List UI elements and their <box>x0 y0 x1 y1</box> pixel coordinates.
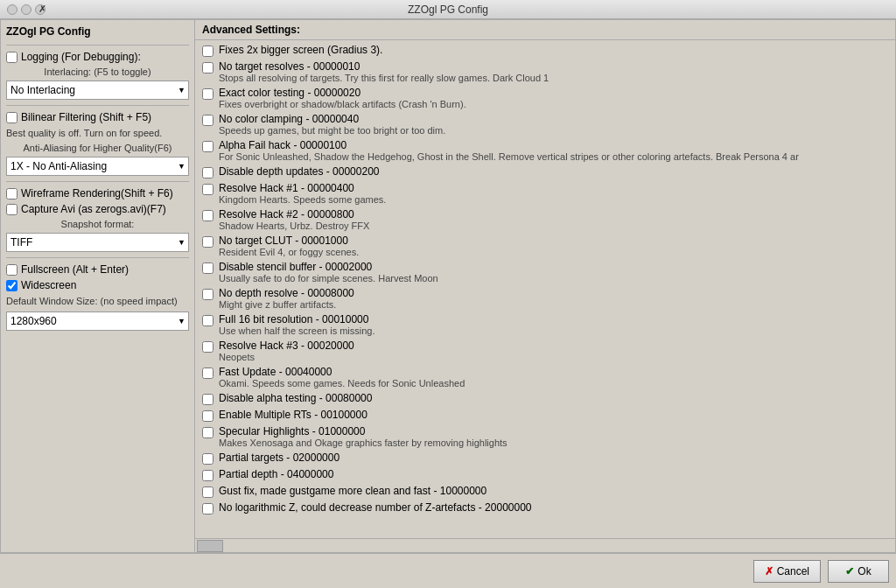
option-row: Alpha Fail hack - 00000100For Sonic Unle… <box>195 137 895 164</box>
bilinear-checkbox[interactable] <box>6 112 18 123</box>
option-row: Fast Update - 00040000Okami. Speeds some… <box>195 364 895 390</box>
option-checkbox-21[interactable] <box>202 503 214 514</box>
antialiasing-label: Anti-Aliasing for Higher Quality(F6) <box>6 143 189 153</box>
option-checkbox-3[interactable] <box>202 88 214 100</box>
option-desc-13: Neopets <box>219 352 354 362</box>
option-checkbox-15[interactable] <box>202 394 214 405</box>
option-checkbox-13[interactable] <box>202 341 214 353</box>
option-title-3: Exact color testing - 00000020 <box>219 87 466 99</box>
option-row: Fixes 2x bigger screen (Gradius 3). <box>195 42 895 59</box>
wireframe-label: Wireframe Rendering(Shift + F6) <box>21 187 173 200</box>
option-title-14: Fast Update - 00040000 <box>219 366 465 378</box>
option-checkbox-6[interactable] <box>202 167 214 178</box>
option-title-20: Gust fix, made gustgame more clean and f… <box>219 485 486 497</box>
option-title-7: Resolve Hack #1 - 00000400 <box>219 182 386 194</box>
option-desc-4: Speeds up games, but might be too bright… <box>219 125 445 136</box>
snapshot-dropdown[interactable]: TIFF BMP JPG <box>6 233 189 252</box>
option-row: Resolve Hack #3 - 00020000Neopets <box>195 338 895 364</box>
quality-info: Best quality is off. Turn on for speed. <box>6 127 189 139</box>
h-scrollbar-thumb[interactable] <box>197 540 223 552</box>
interlacing-dropdown-wrapper: No Interlacing Interlacing 1 Interlacing… <box>6 80 189 100</box>
cancel-button[interactable]: ✗ Cancel <box>753 560 821 583</box>
snapshot-dropdown-wrapper: TIFF BMP JPG <box>6 233 189 252</box>
option-desc-3: Fixes overbright or shadow/black artifac… <box>219 99 466 109</box>
cancel-label: Cancel <box>777 565 809 578</box>
ok-button[interactable]: ✔ Ok <box>828 560 889 583</box>
option-title-5: Alpha Fail hack - 00000100 <box>219 139 799 151</box>
option-checkbox-8[interactable] <box>202 210 214 221</box>
capture-avi-label: Capture Avi (as zerogs.avi)(F7) <box>21 203 166 215</box>
option-checkbox-20[interactable] <box>202 486 214 498</box>
window-size-dropdown[interactable]: 1280x960 640x480 800x600 1024x768 <box>6 312 189 331</box>
option-checkbox-16[interactable] <box>202 410 214 422</box>
option-title-4: No color clamping - 00000040 <box>219 113 445 125</box>
option-checkbox-18[interactable] <box>202 453 214 465</box>
option-desc-14: Okami. Speeds some games. Needs for Soni… <box>219 378 465 388</box>
option-desc-8: Shadow Hearts, Urbz. Destroy FFX <box>219 220 369 231</box>
option-checkbox-4[interactable] <box>202 115 214 126</box>
option-title-1: Fixes 2x bigger screen (Gradius 3). <box>219 44 382 56</box>
option-title-6: Disable depth updates - 00000200 <box>219 165 379 178</box>
logging-checkbox[interactable] <box>6 52 18 63</box>
window-icon: ✗ <box>38 4 46 15</box>
widescreen-label: Widescreen <box>21 279 76 291</box>
option-title-10: Disable stencil buffer - 00002000 <box>219 261 438 273</box>
option-checkbox-7[interactable] <box>202 184 214 195</box>
left-panel: ZZOgl PG Config Logging (For Debugging):… <box>1 20 195 552</box>
interlacing-dropdown[interactable]: No Interlacing Interlacing 1 Interlacing… <box>6 80 189 100</box>
option-row: Partial depth - 04000000 <box>195 466 895 483</box>
option-row: Partial targets - 02000000 <box>195 450 895 466</box>
option-checkbox-17[interactable] <box>202 427 214 438</box>
option-checkbox-14[interactable] <box>202 368 214 379</box>
ok-label: Ok <box>858 565 871 578</box>
minimize-button[interactable] <box>21 4 32 15</box>
logging-row: Logging (For Debugging): <box>6 51 189 63</box>
option-checkbox-2[interactable] <box>202 62 214 74</box>
option-checkbox-12[interactable] <box>202 315 214 326</box>
option-desc-7: Kingdom Hearts. Speeds some games. <box>219 194 386 205</box>
option-checkbox-9[interactable] <box>202 236 214 248</box>
horizontal-scrollbar[interactable] <box>195 538 895 552</box>
option-row: No depth resolve - 00008000Might give z … <box>195 285 895 312</box>
option-desc-11: Might give z buffer artifacts. <box>219 299 354 310</box>
option-row: Specular Highlights - 01000000Makes Xeno… <box>195 424 895 450</box>
fullscreen-label: Fullscreen (Alt + Enter) <box>21 263 129 276</box>
option-title-9: No target CLUT - 00001000 <box>219 234 359 247</box>
right-panel: Advanced Settings: Fixes 2x bigger scree… <box>195 20 895 552</box>
option-row: No color clamping - 00000040Speeds up ga… <box>195 111 895 137</box>
option-title-13: Resolve Hack #3 - 00020000 <box>219 340 354 352</box>
option-row: Disable stencil buffer - 00002000Usually… <box>195 259 895 285</box>
option-checkbox-5[interactable] <box>202 141 214 152</box>
option-title-17: Specular Highlights - 01000000 <box>219 425 508 438</box>
main-container: ZZOgl PG Config Logging (For Debugging):… <box>0 19 896 553</box>
option-desc-17: Makes Xenosaga and Okage graphics faster… <box>219 438 508 448</box>
option-title-16: Enable Multiple RTs - 00100000 <box>219 409 368 421</box>
option-checkbox-1[interactable] <box>202 46 214 57</box>
bilinear-label: Bilinear Filtering (Shift + F5) <box>21 111 151 123</box>
options-scroll-area[interactable]: Fixes 2x bigger screen (Gradius 3).No ta… <box>195 40 895 538</box>
interlacing-label: Interlacing: (F5 to toggle) <box>6 66 189 77</box>
option-checkbox-19[interactable] <box>202 470 214 481</box>
wireframe-row: Wireframe Rendering(Shift + F6) <box>6 187 189 200</box>
widescreen-checkbox[interactable] <box>6 280 18 291</box>
option-title-15: Disable alpha testing - 00080000 <box>219 392 372 404</box>
option-row: Disable depth updates - 00000200 <box>195 164 895 180</box>
option-checkbox-10[interactable] <box>202 262 214 274</box>
option-row: No logarithmic Z, could decrease number … <box>195 500 895 516</box>
wireframe-checkbox[interactable] <box>6 188 18 200</box>
option-title-21: No logarithmic Z, could decrease number … <box>219 501 532 514</box>
option-row: Full 16 bit resolution - 00010000Use whe… <box>195 312 895 338</box>
option-checkbox-11[interactable] <box>202 289 214 300</box>
option-title-11: No depth resolve - 00008000 <box>219 287 354 299</box>
window-size-label: Default Window Size: (no speed impact) <box>6 295 189 307</box>
option-desc-9: Resident Evil 4, or foggy scenes. <box>219 247 359 257</box>
fullscreen-row: Fullscreen (Alt + Enter) <box>6 263 189 276</box>
fullscreen-checkbox[interactable] <box>6 264 18 276</box>
close-button[interactable] <box>7 4 18 15</box>
capture-avi-checkbox[interactable] <box>6 204 18 215</box>
cancel-icon: ✗ <box>765 565 774 578</box>
antialiasing-dropdown[interactable]: 1X - No Anti-Aliasing 2X 4X 8X <box>6 157 189 176</box>
option-row: Disable alpha testing - 00080000 <box>195 390 895 407</box>
logging-label: Logging (For Debugging): <box>21 51 141 63</box>
option-title-18: Partial targets - 02000000 <box>219 452 340 464</box>
